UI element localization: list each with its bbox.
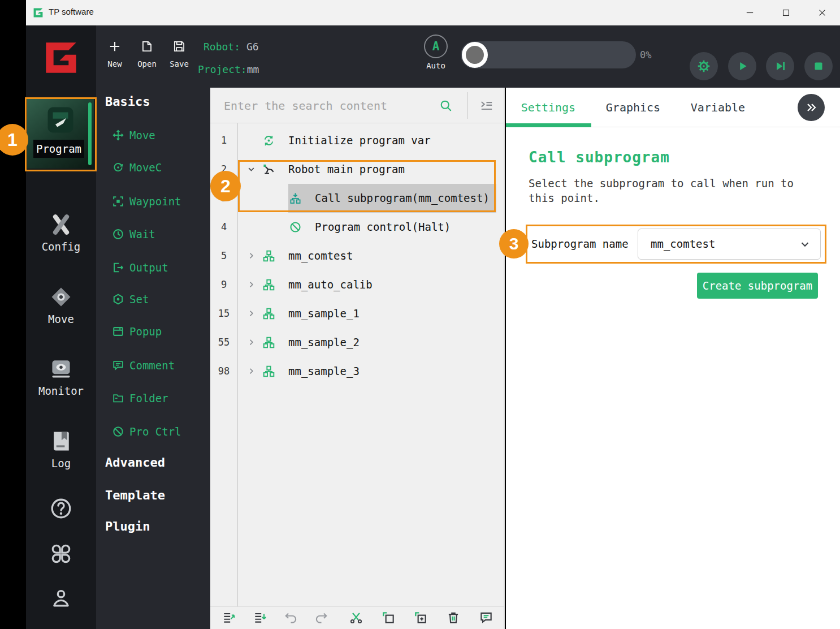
menu-section-template[interactable]: Template: [105, 488, 165, 502]
tree-row[interactable]: 98mm_sample_3: [210, 357, 504, 386]
menu-item-label: Popup: [129, 325, 162, 338]
annotation-box-1: [25, 97, 97, 171]
auto-mode-button[interactable]: A: [424, 35, 448, 58]
menu-item-label: Waypoint: [129, 195, 181, 208]
halt-icon: [289, 221, 302, 234]
help-icon[interactable]: [49, 496, 73, 521]
chevron-right-icon[interactable]: [246, 337, 257, 348]
create-subprogram-button[interactable]: Create subprogram: [697, 273, 818, 299]
tab-variable[interactable]: Variable: [687, 88, 749, 127]
brand-logo-icon: [43, 40, 79, 76]
insert-after-icon[interactable]: [253, 610, 267, 625]
cut-icon[interactable]: [349, 610, 363, 625]
sidebar-item-log[interactable]: Log: [26, 429, 96, 469]
run-button[interactable]: [728, 52, 756, 80]
menu-section-advanced[interactable]: Advanced: [105, 455, 165, 469]
step-button[interactable]: [766, 52, 794, 80]
outline-view-icon[interactable]: [479, 98, 494, 113]
menu-item-output[interactable]: Output: [112, 260, 168, 275]
sidebar-item-config[interactable]: Config: [26, 212, 96, 253]
menu-item-movec[interactable]: MoveC: [112, 160, 162, 175]
menu-item-pro-ctrl[interactable]: Pro Ctrl: [112, 424, 181, 439]
undo-icon[interactable]: [284, 610, 298, 625]
menu-item-label: MoveC: [129, 161, 162, 174]
line-number: 1: [210, 126, 237, 155]
folder-icon: [112, 392, 124, 404]
chevron-right-icon[interactable]: [246, 366, 257, 377]
collapse-panel-button[interactable]: [798, 94, 825, 121]
menu-item-set[interactable]: Set: [112, 292, 149, 307]
set-icon: [112, 293, 124, 305]
new-button[interactable]: New: [98, 39, 131, 68]
stop-icon: [811, 59, 826, 74]
tree-row[interactable]: 5mm_comtest: [210, 242, 504, 270]
speed-slider-knob[interactable]: [462, 42, 488, 68]
tab-graphics[interactable]: Graphics: [602, 88, 664, 127]
tree-row-label: Program control(Halt): [315, 213, 451, 242]
menu-item-wait[interactable]: Wait: [112, 227, 155, 242]
waypoint-icon: [112, 195, 124, 208]
menu-item-label: Move: [129, 129, 155, 141]
open-button[interactable]: Open: [131, 39, 163, 68]
save-button[interactable]: Save: [163, 39, 196, 68]
tab-settings[interactable]: Settings: [517, 88, 579, 127]
gear-icon: [696, 59, 711, 74]
menu-item-folder[interactable]: Folder: [112, 391, 168, 406]
stop-button[interactable]: [804, 52, 833, 80]
move-nav-icon: [49, 285, 73, 309]
line-number: 98: [210, 357, 237, 386]
save-label: Save: [163, 59, 196, 68]
tree-row[interactable]: 55mm_sample_2: [210, 328, 504, 357]
user-icon[interactable]: [49, 585, 73, 610]
project-value: mm: [247, 63, 259, 75]
menu-section-basics[interactable]: Basics: [105, 94, 150, 109]
menu-item-popup[interactable]: Popup: [112, 324, 162, 339]
close-button[interactable]: [804, 0, 840, 25]
paste-icon[interactable]: [413, 610, 428, 625]
minimize-button[interactable]: [731, 0, 768, 25]
menu-item-comment[interactable]: Comment: [112, 358, 175, 373]
subprog-icon: [262, 307, 275, 320]
subprog-icon: [262, 278, 275, 291]
robot-info: Robot: G6: [203, 41, 259, 53]
log-icon: [49, 429, 73, 454]
sidebar-item-move[interactable]: Move: [26, 285, 96, 325]
auto-label: Auto: [419, 61, 453, 70]
sidebar-item-label: Monitor: [26, 385, 96, 397]
sidebar-item-label: Log: [26, 457, 96, 469]
tree-row-label: mm_comtest: [288, 242, 353, 270]
delete-icon[interactable]: [446, 610, 461, 625]
line-number: 55: [210, 328, 237, 357]
search-input[interactable]: [223, 96, 434, 116]
tree-row[interactable]: 9mm_auto_calib: [210, 270, 504, 299]
maximize-icon: [781, 8, 791, 18]
insert-before-icon[interactable]: [222, 610, 236, 625]
copy-icon[interactable]: [381, 610, 396, 625]
menu-item-move[interactable]: Move: [112, 128, 155, 143]
redo-icon[interactable]: [314, 610, 328, 625]
comment-edit-icon[interactable]: [479, 610, 493, 625]
annotation-badge-3: 3: [499, 229, 529, 259]
detail-heading: Call subprogram: [529, 149, 670, 166]
chevron-right-icon[interactable]: [246, 308, 257, 319]
apps-icon[interactable]: [49, 541, 73, 566]
move-cmd-icon: [112, 129, 124, 141]
tree-row[interactable]: 4Program control(Halt): [210, 213, 504, 242]
window-title: TP software: [49, 7, 94, 16]
tree-row[interactable]: 15mm_sample_1: [210, 299, 504, 328]
menu-section-plugin[interactable]: Plugin: [105, 519, 150, 533]
run-settings-button[interactable]: [690, 52, 718, 80]
tree-row-label: Initialize program var: [288, 126, 431, 155]
project-label: Project:: [198, 63, 247, 75]
speed-value: 0%: [640, 49, 651, 61]
minimize-icon: [745, 8, 755, 18]
tree-row[interactable]: 1Initialize program var: [210, 126, 504, 155]
sidebar-item-monitor[interactable]: Monitor: [26, 356, 96, 397]
tab-bar: SettingsGraphicsVariable: [506, 88, 840, 127]
menu-item-waypoint[interactable]: Waypoint: [112, 194, 181, 209]
chevron-right-icon[interactable]: [246, 251, 257, 261]
line-number: 5: [210, 242, 237, 270]
search-icon[interactable]: [439, 98, 453, 113]
chevron-right-icon[interactable]: [246, 279, 257, 290]
maximize-button[interactable]: [768, 0, 804, 25]
